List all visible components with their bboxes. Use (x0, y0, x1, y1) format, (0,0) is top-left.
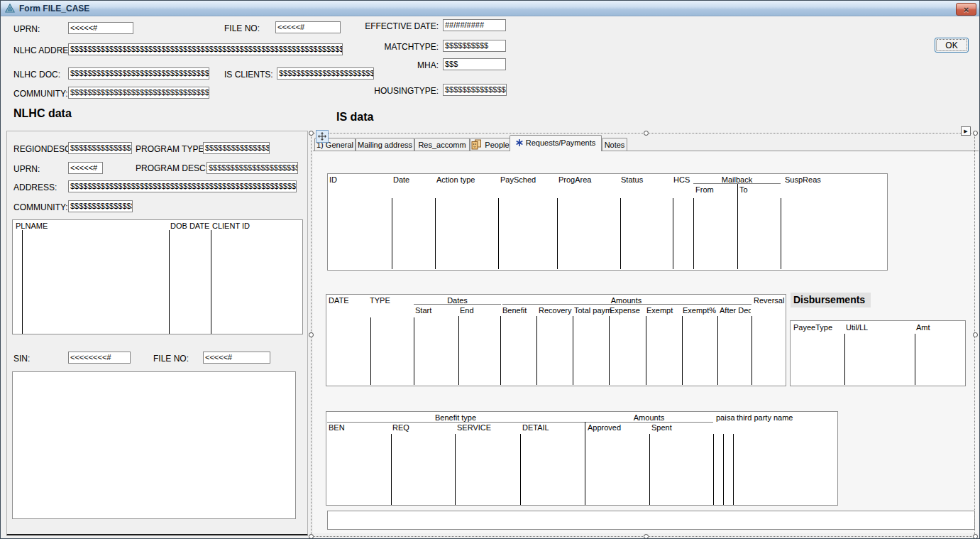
nlhc-uprn-label: UPRN: (13, 164, 40, 174)
smart-tag-arrow-icon: ▶ (964, 129, 967, 134)
regiondesc-field[interactable]: $$$$$$$$$$$$$$$ (68, 142, 132, 154)
col-line (169, 230, 170, 334)
program-type-field[interactable]: $$$$$$$$$$$$$$$$ (203, 142, 270, 154)
members-col-dobdate: DOB DATE (170, 222, 209, 230)
col-line (211, 230, 211, 334)
is-heading: IS data (336, 111, 373, 124)
sin-label: SIN: (13, 354, 30, 364)
window-title: Form FILE_CASE (19, 4, 89, 13)
is-clients-field[interactable]: $$$$$$$$$$$$$$$$$$$$$$ (277, 67, 374, 80)
effective-date-field[interactable]: ##/##/#### (443, 19, 506, 31)
form-window: Form FILE_CASE × UPRN: <<<<<# FILE NO: <… (0, 0, 980, 539)
uprn-label: UPRN: (13, 24, 40, 34)
community-label: COMMUNITY: (13, 89, 68, 99)
app-icon (5, 4, 15, 13)
resize-handle-top-left[interactable] (309, 131, 314, 136)
col-line (22, 230, 23, 334)
tab-requests-payments[interactable]: Requests/Payments (510, 135, 602, 151)
tab-requests-payments-label: Requests/Payments (526, 138, 595, 147)
people-icon (471, 139, 482, 150)
tab-mailing-address[interactable]: Mailing address (356, 138, 414, 151)
is-clients-label: IS CLIENTS: (224, 70, 273, 80)
nlhc-doc-label: NLHC DOC: (13, 70, 60, 80)
sin-field[interactable]: <<<<<<<<# (68, 352, 131, 364)
nlhc-doc-field[interactable]: $$$$$$$$$$$$$$$$$$$$$$$$$$$$$$$$ (68, 67, 209, 80)
nlhc-file-no-field[interactable]: <<<<<# (203, 352, 270, 364)
resize-handle-bottom-center[interactable] (644, 534, 649, 539)
program-type-label: PROGRAM TYPE: (136, 144, 207, 154)
smart-tag-button[interactable]: ▶ (961, 126, 971, 136)
close-icon: × (964, 5, 969, 14)
community-field[interactable]: $$$$$$$$$$$$$$$$$$$$$$$$$$$$$$$$ (68, 87, 209, 99)
members-table[interactable]: PLNAME DOB DATE CLIENT ID (12, 219, 303, 334)
ok-button[interactable]: OK (935, 38, 969, 53)
move-handle[interactable] (316, 130, 329, 143)
move-arrows-icon (318, 132, 326, 141)
matchtype-label: MATCHTYPE: (341, 42, 439, 52)
nlhc-file-no-label: FILE NO: (153, 354, 189, 364)
nlhc-address-field[interactable]: $$$$$$$$$$$$$$$$$$$$$$$$$$$$$$$$$$$$$$$$… (68, 43, 343, 55)
address-label: ADDRESS: (13, 183, 57, 192)
program-desc-label: PROGRAM DESC: (136, 163, 208, 173)
regiondesc-label: REGIONDESC: (13, 144, 73, 154)
members-col-clientid: CLIENT ID (212, 222, 250, 230)
housingtype-field[interactable]: $$$$$$$$$$$$$$$ (443, 84, 507, 96)
nlhc-notes-box[interactable] (12, 371, 296, 519)
nlhc-uprn-field[interactable]: <<<<<# (68, 162, 103, 174)
nlhc-community-field[interactable]: $$$$$$$$$$$$$$$ (68, 200, 133, 212)
housingtype-label: HOUSINGTYPE: (341, 86, 439, 96)
members-col-plname: PLNAME (16, 222, 48, 230)
address-field[interactable]: $$$$$$$$$$$$$$$$$$$$$$$$$$$$$$$$$$$$$$$$… (68, 180, 297, 192)
titlebar: Form FILE_CASE × (1, 1, 979, 16)
resize-handle-top-right[interactable] (973, 131, 978, 136)
ok-focus-ring (936, 39, 967, 51)
effective-date-label: EFFECTIVE DATE: (341, 21, 439, 31)
uprn-field[interactable]: <<<<<# (68, 22, 133, 34)
nlhc-address-label: NLHC ADDRESS: (13, 45, 68, 55)
tab-mailing-label: Mailing address (358, 141, 412, 149)
tab-notes[interactable]: Notes (602, 138, 627, 151)
nlhc-heading: NLHC data (13, 107, 72, 120)
resize-handle-mid-right[interactable] (973, 332, 978, 337)
resize-handle-bottom-right[interactable] (973, 534, 978, 539)
matchtype-field[interactable]: $$$$$$$$$$ (443, 40, 506, 52)
close-button[interactable]: × (956, 3, 976, 16)
nlhc-community-label: COMMUNITY: (13, 202, 68, 212)
program-desc-field[interactable]: $$$$$$$$$$$$$$$$$$$$$ (207, 162, 298, 174)
resize-handle-mid-left[interactable] (309, 332, 314, 337)
file-no-field[interactable]: <<<<<# (275, 21, 341, 33)
selection-marquee (311, 133, 975, 537)
tab-res-accomm-label: Res_accomm (418, 141, 466, 149)
resize-handle-top-center[interactable] (644, 131, 649, 136)
asterisk-icon (516, 139, 523, 146)
resize-handle-bottom-left[interactable] (309, 534, 314, 539)
mha-field[interactable]: $$$ (443, 58, 506, 70)
tab-notes-label: Notes (605, 141, 625, 149)
tab-res-accomm[interactable]: Res_accomm (414, 138, 470, 151)
file-no-label: FILE NO: (224, 23, 260, 33)
tab-people[interactable]: People (470, 138, 511, 151)
tab-people-label: People (485, 141, 509, 149)
